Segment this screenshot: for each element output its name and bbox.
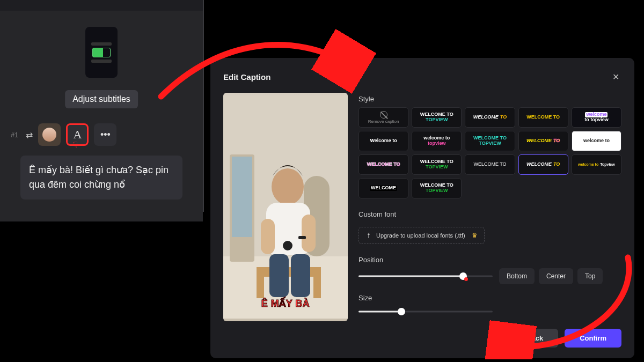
svg-rect-13 xyxy=(269,254,289,297)
preview-illustration xyxy=(223,93,348,321)
more-button[interactable]: ••• xyxy=(94,123,116,146)
preview-caption-text: Ê MẤY BÀ xyxy=(223,298,348,309)
modal-header: Edit Caption ✕ xyxy=(223,70,621,84)
caption-style-s11[interactable]: WELCOME TOTOPVIEW xyxy=(412,154,462,175)
position-slider-thumb[interactable] xyxy=(459,272,467,280)
scene-toolbar: #1 ⇄ A ☟ ••• xyxy=(11,123,192,146)
style-section-label: Style xyxy=(358,95,621,103)
adjust-subtitles-tooltip: Adjust subtitles xyxy=(65,90,138,108)
caption-style-s13[interactable]: WELCOMETO xyxy=(518,154,568,175)
svg-rect-7 xyxy=(313,277,321,298)
caption-style-s9[interactable]: welcome to xyxy=(572,131,621,151)
upload-font-text: Upgrade to upload local fonts (.ttf) xyxy=(376,232,465,239)
caption-style-s4[interactable]: welcometo topview xyxy=(572,107,621,128)
caption-style-remove[interactable]: Remove caption xyxy=(358,107,408,128)
confirm-button[interactable]: Confirm xyxy=(565,329,621,348)
scene-index: #1 xyxy=(11,131,18,139)
close-icon[interactable]: ✕ xyxy=(610,70,621,84)
svg-rect-10 xyxy=(261,219,275,254)
size-slider[interactable] xyxy=(358,306,493,317)
scene-thumbnail[interactable] xyxy=(85,27,118,78)
position-center-button[interactable]: Center xyxy=(539,268,573,284)
caption-style-s2[interactable]: WELCOMETO xyxy=(465,107,515,128)
position-top-button[interactable]: Top xyxy=(577,268,603,284)
caption-style-s7[interactable]: WELCOME TOTOPVIEW xyxy=(465,131,515,151)
size-label: Size xyxy=(358,294,621,302)
swap-icon[interactable]: ⇄ xyxy=(26,130,33,140)
upload-icon: ⭱ xyxy=(365,232,372,239)
caption-preview: Ê MẤY BÀ xyxy=(223,93,348,321)
svg-rect-6 xyxy=(257,277,264,298)
svg-rect-4 xyxy=(232,157,252,237)
position-preset-buttons: BottomCenterTop xyxy=(499,268,603,284)
size-slider-thumb[interactable] xyxy=(398,308,405,315)
caption-style-s1[interactable]: WELCOME TOTOPVIEW xyxy=(412,107,462,128)
svg-rect-11 xyxy=(302,215,316,252)
caption-style-s16[interactable]: WELCOME TOTOPVIEW xyxy=(412,178,462,198)
svg-point-12 xyxy=(283,241,292,250)
caption-style-s6[interactable]: welcome totopview xyxy=(412,131,462,151)
caption-style-s14[interactable]: welcome toTopview xyxy=(572,154,621,175)
custom-font-label: Custom font xyxy=(358,210,621,218)
caption-controls: Style Remove captionWELCOME TOTOPVIEWWEL… xyxy=(358,93,621,321)
svg-rect-14 xyxy=(291,254,310,297)
modal-footer: Back Confirm xyxy=(223,329,621,348)
more-icon: ••• xyxy=(100,129,111,141)
modal-title: Edit Caption xyxy=(223,72,270,82)
position-slider[interactable] xyxy=(358,271,493,282)
upload-font-button[interactable]: ⭱ Upgrade to upload local fonts (.ttf) ♛ xyxy=(358,227,485,244)
caption-style-s5[interactable]: Welcome to xyxy=(358,131,408,151)
subtitle-text-box[interactable]: Ê mấy bà! Biết gì chưa? Sạc pin qua đêm … xyxy=(20,156,182,200)
caption-style-grid: Remove captionWELCOME TOTOPVIEWWELCOMETO… xyxy=(358,107,621,198)
position-bottom-button[interactable]: Bottom xyxy=(499,268,535,284)
caption-style-s12[interactable]: WELCOME TO xyxy=(465,154,515,175)
caption-style-s15[interactable]: WELCOME xyxy=(358,178,408,198)
caption-style-s3[interactable]: WELCOME TO xyxy=(518,107,568,128)
cursor-icon: ☟ xyxy=(72,140,82,150)
back-button[interactable]: Back xyxy=(511,329,558,348)
edit-caption-modal: Edit Caption ✕ xyxy=(210,58,634,358)
avatar-button[interactable] xyxy=(38,123,61,146)
svg-point-8 xyxy=(272,168,304,205)
caption-style-s10[interactable]: WELCOME TO xyxy=(358,154,408,175)
subtitle-style-button[interactable]: A ☟ xyxy=(66,123,89,146)
position-label: Position xyxy=(358,256,621,264)
svg-rect-15 xyxy=(298,236,306,239)
snippet-panel: Adjust subtitles #1 ⇄ A ☟ ••• Ê mấy bà! … xyxy=(0,11,203,221)
caption-style-s8[interactable]: WELCOMETO xyxy=(518,131,568,151)
editor-snippet: Adjust subtitles #1 ⇄ A ☟ ••• Ê mấy bà! … xyxy=(0,0,204,212)
premium-crown-icon: ♛ xyxy=(472,232,478,239)
